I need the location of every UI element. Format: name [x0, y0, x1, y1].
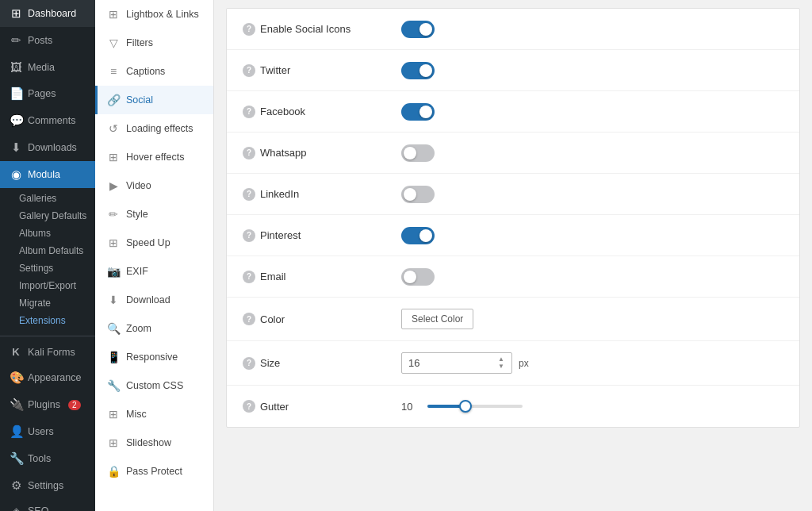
setting-label-color: ? Color	[243, 313, 401, 325]
toggle-switch[interactable]	[401, 186, 435, 203]
posts-icon: ✏	[10, 33, 22, 48]
help-icon-color[interactable]: ?	[243, 313, 255, 325]
toggle-track[interactable]	[401, 144, 435, 162]
label-text: LinkedIn	[260, 188, 299, 200]
sidebar-item-tools[interactable]: 🔧 Tools	[0, 445, 95, 472]
toggle-facebook[interactable]	[401, 103, 435, 121]
toggle-track[interactable]	[401, 21, 435, 38]
help-icon-facebook[interactable]: ?	[243, 106, 255, 118]
sec-item-exif[interactable]: 📷 EXIF	[95, 257, 213, 286]
sec-item-label: Lightbox & Links	[126, 9, 199, 20]
toggle-pinterest[interactable]	[401, 227, 435, 244]
toggle-track[interactable]	[401, 186, 435, 203]
toggle-switch[interactable]	[401, 227, 435, 244]
help-icon-enable-social-icons[interactable]: ?	[243, 23, 255, 36]
sidebar-item-modula[interactable]: ◉ Modula	[0, 161, 95, 188]
sec-item-captions[interactable]: ≡ Captions	[95, 57, 213, 86]
sec-item-custom-css[interactable]: 🔧 Custom CSS	[95, 371, 213, 400]
setting-row-gutter: ? Gutter 10	[227, 386, 799, 427]
toggle-linkedin[interactable]	[401, 186, 435, 203]
size-spinner[interactable]: ▲ ▼	[497, 356, 505, 370]
label-text: Size	[260, 357, 280, 369]
sec-item-lightbox-links[interactable]: ⊞ Lightbox & Links	[95, 0, 213, 29]
video-icon: ▶	[107, 179, 120, 192]
submenu-album-defaults[interactable]: Album Defaults	[19, 242, 95, 259]
setting-row-linkedin: ? LinkedIn	[227, 174, 799, 215]
sec-item-social[interactable]: 🔗 Social	[95, 86, 213, 114]
sec-item-hover-effects[interactable]: ⊞ Hover effects	[95, 143, 213, 171]
toggle-enable-social-icons[interactable]	[401, 21, 435, 38]
setting-row-email: ? Email	[227, 256, 799, 298]
help-icon-linkedin[interactable]: ?	[243, 188, 255, 201]
help-icon-gutter[interactable]: ?	[243, 400, 255, 413]
sidebar-item-plugins[interactable]: 🔌 Plugins 2	[0, 391, 95, 418]
sec-item-speed-up[interactable]: ⊞ Speed Up	[95, 229, 213, 257]
size-value: 16	[408, 357, 419, 369]
sec-item-label: Custom CSS	[126, 380, 183, 391]
toggle-knob	[404, 147, 416, 159]
sidebar-item-media[interactable]: 🖼 Media	[0, 54, 95, 80]
toggle-twitter[interactable]	[401, 62, 435, 79]
toggle-email[interactable]	[401, 268, 435, 286]
size-number-input[interactable]: 16 ▲ ▼	[401, 352, 512, 374]
sidebar-item-seo[interactable]: ◈ SEO	[0, 499, 95, 511]
toggle-whatsapp[interactable]	[401, 144, 435, 162]
sidebar-item-label: SEO	[28, 505, 48, 511]
settings-panel: ? Enable Social Icons ? Twitter	[226, 8, 800, 428]
sec-item-filters[interactable]: ▽ Filters	[95, 29, 213, 57]
sec-item-label: Pass Protect	[126, 466, 182, 477]
toggle-switch[interactable]	[401, 62, 435, 79]
help-icon-twitter[interactable]: ?	[243, 64, 255, 77]
sidebar-item-settings[interactable]: ⚙ Settings	[0, 472, 95, 499]
sec-item-zoom[interactable]: 🔍 Zoom	[95, 314, 213, 343]
help-icon-size[interactable]: ?	[243, 357, 255, 370]
sidebar-item-users[interactable]: 👤 Users	[0, 418, 95, 445]
sec-item-download[interactable]: ⬇ Download	[95, 286, 213, 314]
sidebar-item-downloads[interactable]: ⬇ Downloads	[0, 134, 95, 161]
filters-icon: ▽	[107, 36, 120, 49]
sidebar-item-comments[interactable]: 💬 Comments	[0, 107, 95, 134]
toggle-switch[interactable]	[401, 21, 435, 38]
toggle-track[interactable]	[401, 62, 435, 79]
appearance-icon: 🎨	[10, 371, 22, 385]
toggle-track[interactable]	[401, 227, 435, 244]
sidebar-item-dashboard[interactable]: ⊞ Dashboard	[0, 0, 95, 27]
sec-item-video[interactable]: ▶ Video	[95, 171, 213, 200]
select-color-button[interactable]: Select Color	[401, 309, 473, 329]
submenu-extensions[interactable]: Extensions	[19, 312, 95, 329]
submenu-albums[interactable]: Albums	[19, 225, 95, 242]
setting-row-twitter: ? Twitter	[227, 50, 799, 91]
sec-item-label: Speed Up	[126, 237, 170, 248]
submenu-galleries[interactable]: Galleries	[19, 190, 95, 207]
sec-item-slideshow[interactable]: ⊞ Slideshow	[95, 428, 213, 457]
help-icon-email[interactable]: ?	[243, 271, 255, 283]
size-unit: px	[519, 358, 529, 369]
sec-item-pass-protect[interactable]: 🔒 Pass Protect	[95, 457, 213, 486]
gutter-slider[interactable]	[427, 405, 523, 408]
toggle-track[interactable]	[401, 103, 435, 121]
sidebar-item-appearance[interactable]: 🎨 Appearance	[0, 364, 95, 391]
sec-item-responsive[interactable]: 📱 Responsive	[95, 343, 213, 371]
label-text: Enable Social Icons	[260, 23, 350, 35]
submenu-settings[interactable]: Settings	[19, 259, 95, 277]
spinner-down[interactable]: ▼	[497, 363, 505, 370]
sec-item-misc[interactable]: ⊞ Misc	[95, 400, 213, 428]
toggle-switch[interactable]	[401, 103, 435, 121]
color-control: Select Color	[401, 309, 473, 329]
help-icon-whatsapp[interactable]: ?	[243, 147, 255, 159]
sidebar-item-pages[interactable]: 📄 Pages	[0, 80, 95, 107]
help-icon-pinterest[interactable]: ?	[243, 229, 255, 242]
sidebar-item-posts[interactable]: ✏ Posts	[0, 27, 95, 54]
toggle-switch[interactable]	[401, 144, 435, 162]
toggle-switch[interactable]	[401, 268, 435, 286]
gutter-value: 10	[401, 401, 421, 413]
submenu-gallery-defaults[interactable]: Gallery Defaults	[19, 207, 95, 225]
sidebar-item-kali-forms[interactable]: K Kali Forms	[0, 340, 95, 364]
slider-thumb[interactable]	[459, 400, 472, 413]
toggle-track[interactable]	[401, 268, 435, 286]
sec-item-style[interactable]: ✏ Style	[95, 200, 213, 229]
submenu-import-export[interactable]: Import/Export	[19, 277, 95, 294]
sec-item-loading-effects[interactable]: ↺ Loading effects	[95, 114, 213, 143]
spinner-up[interactable]: ▲	[497, 356, 505, 363]
submenu-migrate[interactable]: Migrate	[19, 294, 95, 312]
